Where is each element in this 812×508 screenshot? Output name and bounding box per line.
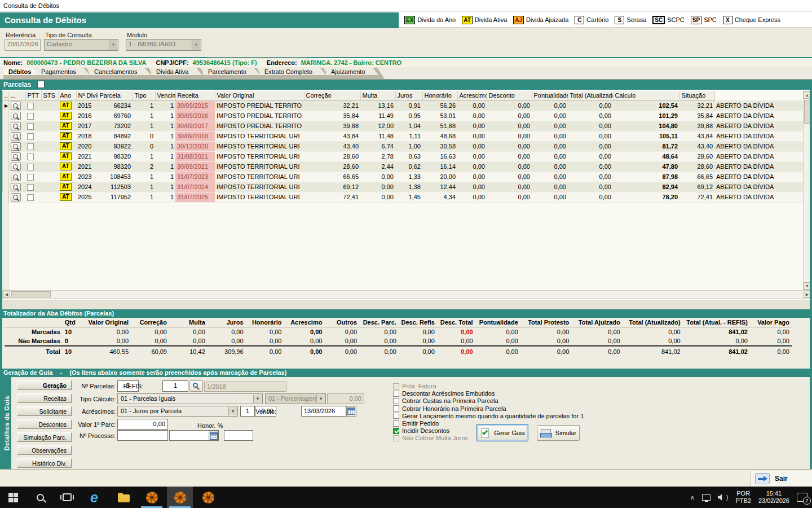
- tab-ajuizamento[interactable]: Ajuizamento: [326, 68, 385, 79]
- row-checkbox[interactable]: [27, 113, 34, 120]
- tab-divida-ativa[interactable]: Divida Ativa: [151, 68, 208, 79]
- language-indicator[interactable]: POR PTB2: [735, 490, 751, 505]
- checkbox-box: [393, 435, 399, 441]
- grid-col-ptt[interactable]: PTT: [25, 91, 41, 100]
- grid-col-juros[interactable]: Juros: [395, 91, 422, 100]
- row-checkbox[interactable]: [27, 164, 34, 170]
- magnifier-button[interactable]: [11, 183, 21, 191]
- sair-button[interactable]: Sair: [750, 471, 812, 486]
- tot-cell: 0,00: [284, 327, 324, 337]
- magnifier-button[interactable]: [11, 152, 21, 161]
- grid-col-acrescimo[interactable]: Acrescimo: [457, 91, 487, 100]
- clock[interactable]: 15:41 23/02/2026: [758, 490, 789, 505]
- magnifier-button[interactable]: [11, 163, 21, 171]
- detalhes-da-guia-vertical-tab[interactable]: Detalhes da Guia: [2, 377, 11, 469]
- processo-input-1[interactable]: [117, 430, 168, 441]
- acrescimos-select[interactable]: 01 - Juros por Parcela▼: [117, 406, 238, 417]
- grid-col-tipo[interactable]: Tipo: [133, 91, 155, 100]
- grid-col-[interactable]: ......: [3, 91, 8, 100]
- volume-icon[interactable]: [718, 494, 725, 501]
- app-window-2-button[interactable]: [167, 487, 193, 508]
- grid-col-multa[interactable]: Multa: [360, 91, 395, 100]
- notification-icon[interactable]: 2: [797, 493, 807, 502]
- row-checkbox[interactable]: [27, 123, 34, 130]
- checkbox-cobrar-custas-na-primeira-parcela[interactable]: Cobrar Custas na Primeira Parcela: [393, 397, 498, 404]
- grid-col-situacao[interactable]: Situação: [679, 91, 714, 100]
- side-button-historico-div[interactable]: Histórico Div.: [17, 458, 72, 468]
- row-checkbox[interactable]: [27, 103, 34, 110]
- tab-pagamentos[interactable]: Pagamentos: [36, 68, 94, 79]
- internet-explorer-button[interactable]: e: [81, 487, 107, 508]
- checkbox-emitir-pedido[interactable]: Emitir Pedido: [393, 420, 439, 427]
- magnifier-button[interactable]: [11, 122, 21, 130]
- checkbox-descontar-acrescimos-embutidos[interactable]: Descontar Acréscimos Embutidos: [393, 390, 495, 397]
- start-button[interactable]: [0, 487, 26, 508]
- horizontal-scrollbar[interactable]: ◀ ▶: [2, 290, 811, 299]
- gerar-guia-button[interactable]: Gerar Guia: [476, 424, 528, 441]
- honor-input[interactable]: [224, 430, 253, 441]
- refis-search-button[interactable]: [189, 380, 203, 392]
- magnifier-button[interactable]: [11, 102, 21, 110]
- row-checkbox[interactable]: [27, 194, 34, 201]
- magnifier-button[interactable]: [11, 132, 21, 141]
- ano-cell: 2021: [76, 161, 98, 172]
- modulo-select[interactable]: 1 - IMOBILIÁRIO▼: [126, 39, 201, 51]
- row-checkbox[interactable]: [27, 143, 34, 150]
- app-window-1-button[interactable]: [139, 487, 165, 508]
- grid-col-ano[interactable]: Ano: [58, 91, 76, 100]
- scroll-left-icon[interactable]: ◀: [3, 291, 10, 298]
- magnifier-button[interactable]: [11, 112, 21, 120]
- simular-button[interactable]: Simular: [537, 425, 580, 441]
- tray-chevron-icon[interactable]: ∧: [690, 494, 695, 501]
- checkbox-incidir-descontos[interactable]: Incidir Descontos: [393, 427, 449, 434]
- network-icon[interactable]: [702, 494, 710, 501]
- grid-col-calculo[interactable]: Calculo: [613, 91, 679, 100]
- checkbox-gerar-lancamento-mesmo-quando-a-quantidade-de-parcelas-for-1[interactable]: Gerar Lançamento mesmo quando a quantida…: [393, 413, 584, 419]
- grid-col-pontualidade[interactable]: Pontualidade: [532, 91, 568, 100]
- sts-cell: AT: [58, 161, 76, 172]
- vencto-input[interactable]: 13/03/2026: [301, 406, 346, 417]
- tab-extrato-completo[interactable]: Extrato Completo: [259, 68, 330, 79]
- valor1-input[interactable]: 0,00: [117, 419, 168, 430]
- row-checkbox[interactable]: [27, 174, 34, 181]
- processo-calc-button[interactable]: [209, 431, 218, 440]
- tab-cancelamentos[interactable]: Cancelamentos: [89, 68, 156, 79]
- checkbox-nao-cobrar-multa-juros[interactable]: Não Cobrar Multa Juros: [393, 435, 468, 441]
- vencto-calendar-button[interactable]: [346, 406, 356, 417]
- checkbox-cobrar-honorario-na-primeira-parcela[interactable]: Cobrar Honorário na Primeira Parcela: [393, 405, 506, 412]
- task-view-button[interactable]: [54, 487, 80, 508]
- app-window-3-button[interactable]: [195, 487, 221, 508]
- refis-input[interactable]: 1: [162, 380, 188, 392]
- side-button-observacoes[interactable]: Observações: [17, 445, 72, 455]
- referencia-label: Referência: [6, 32, 36, 38]
- checkbox-prox-fatura[interactable]: Próx. Fatura: [393, 383, 436, 389]
- row-checkbox[interactable]: [27, 184, 34, 191]
- grid-col-vencimento[interactable]: Vencimento: [155, 91, 175, 100]
- parcelas-checkbox[interactable]: [37, 81, 45, 88]
- referencia-field[interactable]: 23/02/2026: [5, 39, 41, 51]
- tipo-consulta-select[interactable]: Cadastro▼: [44, 39, 118, 51]
- grid-col-sts[interactable]: STS: [41, 91, 58, 100]
- grid-col-n-divida[interactable]: Nº Divida: [76, 91, 98, 100]
- magnifier-button[interactable]: [11, 142, 21, 151]
- magnifier-button[interactable]: [11, 173, 21, 181]
- hscroll-thumb[interactable]: [11, 291, 51, 297]
- grid-col-correcao[interactable]: Correção: [304, 91, 360, 100]
- page-title-bar: Consulta de Débitos: [0, 12, 399, 28]
- grid-col-honorario[interactable]: Honorário: [422, 91, 457, 100]
- row-checkbox[interactable]: [27, 133, 34, 140]
- file-explorer-button[interactable]: [111, 487, 136, 508]
- grid-col-total-atualizado[interactable]: Total (Atualizado): [568, 91, 613, 100]
- grid-col-valor-original[interactable]: Valor Original: [215, 91, 304, 100]
- total-atualizado-cell: 102,54: [613, 100, 679, 111]
- tab-parcelamento[interactable]: Parcelamento: [203, 68, 264, 79]
- grid-col-parcela[interactable]: Parcela: [98, 91, 133, 100]
- tipo-calculo-select[interactable]: 01 - Parcelas Iguais▼: [117, 393, 263, 404]
- row-checkbox[interactable]: [27, 154, 34, 160]
- taskbar-search-button[interactable]: [27, 487, 53, 508]
- grid-col-receita[interactable]: Receita: [175, 91, 215, 100]
- grid-col-[interactable]: ...: [8, 91, 25, 100]
- grid-col-desconto[interactable]: Desconto: [487, 91, 532, 100]
- magnifier-button[interactable]: [11, 193, 21, 202]
- tab-debitos[interactable]: Débitos: [3, 68, 41, 79]
